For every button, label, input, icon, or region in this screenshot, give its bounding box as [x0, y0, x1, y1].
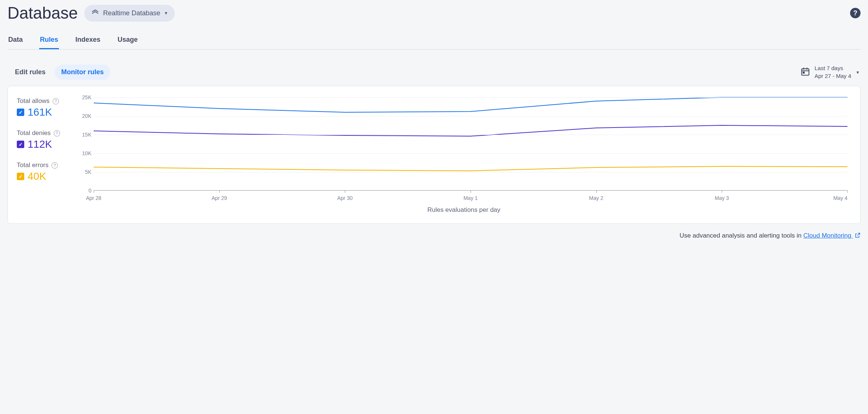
chevron-down-icon: ▼ [856, 70, 860, 75]
legend-allows-label: Total allows [17, 97, 50, 105]
y-tick-label: 20K [80, 113, 91, 119]
x-tick-mark [345, 191, 345, 193]
x-tick-mark [596, 191, 597, 193]
page-header: Database Realtime Database ▼ ? [7, 4, 861, 26]
chart-x-axis-label: Rules evaluations per day [80, 206, 847, 214]
tab-indexes[interactable]: Indexes [75, 33, 101, 49]
tab-data[interactable]: Data [7, 33, 24, 49]
legend-denies-value: 112K [28, 138, 52, 150]
x-tick-label: May 1 [463, 195, 478, 201]
database-selector-label: Realtime Database [103, 9, 160, 17]
x-tick-mark [722, 191, 722, 193]
chart-container: 05K10K15K20K25KApr 28Apr 29Apr 30May 1Ma… [80, 97, 847, 214]
realtime-database-icon [91, 8, 99, 18]
date-range-text: Last 7 days Apr 27 - May 4 [815, 65, 851, 80]
x-tick-mark [94, 191, 94, 193]
footer-row: Use advanced analysis and alerting tools… [7, 232, 861, 240]
legend-denies-label: Total denies [17, 129, 51, 137]
legend-allows[interactable]: Total allows ? ✓ 161K [17, 97, 71, 118]
x-tick-label: Apr 29 [212, 195, 227, 201]
x-tick-label: Apr 30 [337, 195, 353, 201]
gridline [94, 153, 847, 154]
legend-allows-value: 161K [28, 106, 52, 118]
y-tick-label: 0 [80, 188, 91, 194]
svg-rect-1 [803, 72, 804, 73]
chart-series-line [94, 97, 847, 112]
calendar-icon [800, 67, 810, 78]
y-tick-label: 10K [80, 150, 91, 156]
x-tick-label: May 3 [715, 195, 729, 201]
chart-series-line [94, 166, 847, 171]
chart-lines-svg [94, 97, 847, 191]
rules-subtool-row: Edit rules Monitor rules Last 7 days Apr… [8, 65, 860, 80]
chart-plot-area: 05K10K15K20K25KApr 28Apr 29Apr 30May 1Ma… [94, 97, 847, 191]
legend-denies[interactable]: Total denies ? ✓ 112K [17, 129, 71, 150]
x-tick-mark [219, 191, 220, 193]
tab-usage[interactable]: Usage [117, 33, 138, 49]
checkbox-allows[interactable]: ✓ [17, 109, 24, 116]
primary-tabs: Data Rules Indexes Usage [7, 33, 861, 50]
x-tick-mark [471, 191, 471, 193]
legend-errors-value: 40K [28, 170, 46, 182]
checkbox-denies[interactable]: ✓ [17, 141, 24, 148]
gridline [94, 172, 847, 172]
gridline [94, 116, 847, 116]
page-title: Database [7, 4, 78, 22]
legend-errors[interactable]: Total errors ? ✓ 40K [17, 161, 71, 182]
x-tick-mark [847, 191, 848, 193]
y-tick-label: 5K [80, 169, 91, 175]
help-icon[interactable]: ? [54, 130, 60, 137]
database-selector-dropdown[interactable]: Realtime Database ▼ [84, 5, 175, 22]
tab-rules[interactable]: Rules [39, 33, 59, 49]
gridline [94, 97, 847, 98]
help-icon[interactable]: ? [51, 162, 58, 169]
x-tick-label: Apr 28 [86, 195, 101, 201]
gridline [94, 135, 847, 135]
edit-rules-button[interactable]: Edit rules [8, 65, 52, 80]
monitor-rules-button[interactable]: Monitor rules [54, 65, 110, 80]
chevron-down-icon: ▼ [164, 11, 168, 15]
x-tick-label: May 4 [833, 195, 847, 201]
footer-text: Use advanced analysis and alerting tools… [680, 232, 803, 239]
help-button[interactable]: ? [850, 8, 861, 18]
legend-errors-label: Total errors [17, 161, 49, 169]
y-tick-label: 15K [80, 132, 91, 138]
external-link-icon [855, 232, 861, 240]
rules-chart-card: Total allows ? ✓ 161K Total denies ? ✓ 1… [7, 86, 861, 224]
y-tick-label: 25K [80, 94, 91, 100]
date-range-picker[interactable]: Last 7 days Apr 27 - May 4 ▼ [800, 65, 860, 80]
checkbox-errors[interactable]: ✓ [17, 173, 24, 180]
chart-legend: Total allows ? ✓ 161K Total denies ? ✓ 1… [17, 97, 71, 214]
help-icon[interactable]: ? [53, 98, 59, 104]
cloud-monitoring-link[interactable]: Cloud Monitoring [803, 232, 861, 239]
x-tick-label: May 2 [589, 195, 603, 201]
